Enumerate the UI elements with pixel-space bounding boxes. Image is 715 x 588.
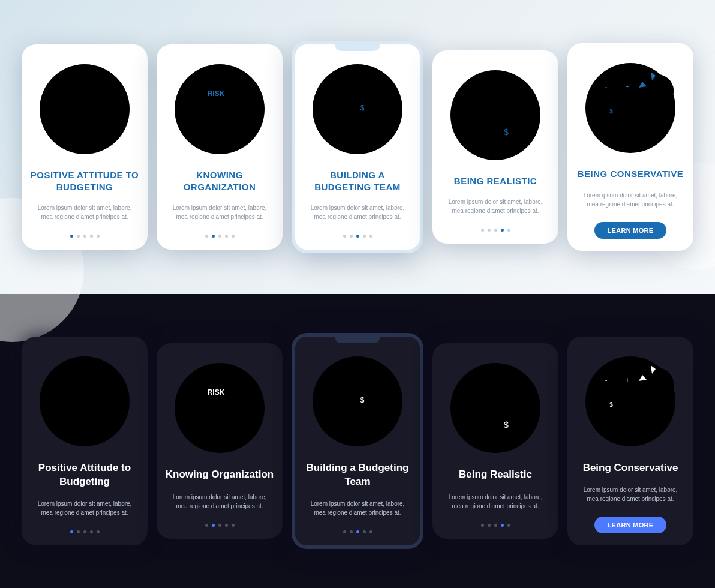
onboarding-card-0: POSITIVE ATTITUDE TO BUDGETINGLorem ipsu… [22, 44, 148, 250]
realistic-icon [447, 67, 543, 163]
card-description: Lorem ipsum dolor sit amet, labore, mea … [576, 191, 685, 209]
pagination-dots[interactable] [205, 524, 235, 527]
pagination-dot[interactable] [212, 524, 215, 527]
card-title: POSITIVE ATTITUDE TO BUDGETING [30, 169, 139, 193]
card-description: Lorem ipsum dolor sit amet, labore, mea … [30, 499, 139, 517]
pagination-dot[interactable] [356, 530, 359, 533]
pagination-dots[interactable] [481, 524, 510, 527]
onboarding-card-4: BEING CONSERVATIVELorem ipsum dolor sit … [567, 43, 693, 251]
onboarding-card-2: Building a Budgeting TeamLorem ipsum dol… [292, 333, 423, 548]
pagination-dot[interactable] [97, 530, 100, 533]
pagination-dot[interactable] [369, 530, 372, 533]
card-title: Knowing Organization [166, 468, 274, 481]
pagination-dot[interactable] [70, 235, 73, 238]
card-description: Lorem ipsum dolor sit amet, labore, mea … [30, 203, 139, 221]
dark-section: Positive Attitude to BudgetingLorem ipsu… [0, 294, 715, 588]
card-title: BEING CONSERVATIVE [578, 168, 684, 180]
card-title: Positive Attitude to Budgeting [30, 461, 139, 488]
pagination-dot[interactable] [232, 524, 235, 527]
pagination-dot[interactable] [369, 235, 372, 238]
learn-more-button[interactable]: LEARN MORE [594, 517, 667, 533]
learn-more-button[interactable]: LEARN MORE [594, 222, 667, 239]
pagination-dot[interactable] [70, 530, 73, 533]
budget-icon [37, 61, 133, 157]
card-description: Lorem ipsum dolor sit amet, labore, mea … [165, 493, 274, 511]
pagination-dots[interactable] [343, 235, 372, 238]
pagination-dot[interactable] [350, 530, 353, 533]
pagination-dot[interactable] [205, 524, 208, 527]
pagination-dots[interactable] [205, 235, 235, 238]
pagination-dot[interactable] [218, 235, 221, 238]
card-description: Lorem ipsum dolor sit amet, labore, mea … [304, 203, 411, 221]
pagination-dot[interactable] [90, 530, 93, 533]
pagination-dot[interactable] [218, 524, 221, 527]
pagination-dot[interactable] [97, 235, 100, 238]
pagination-dot[interactable] [507, 524, 510, 527]
card-description: Lorem ipsum dolor sit amet, labore, mea … [576, 485, 685, 503]
pagination-dot[interactable] [481, 229, 484, 232]
onboarding-card-1: Knowing OrganizationLorem ipsum dolor si… [157, 343, 283, 538]
card-title: KNOWING ORGANIZATION [165, 169, 274, 193]
pagination-dot[interactable] [501, 229, 504, 232]
pagination-dot[interactable] [350, 235, 353, 238]
pagination-dot[interactable] [363, 235, 366, 238]
onboarding-card-1: KNOWING ORGANIZATIONLorem ipsum dolor si… [157, 44, 283, 250]
pagination-dot[interactable] [225, 235, 228, 238]
card-description: Lorem ipsum dolor sit amet, labore, mea … [304, 499, 411, 517]
pagination-dot[interactable] [494, 229, 497, 232]
pagination-dot[interactable] [481, 524, 484, 527]
onboarding-card-2: BUILDING A BUDGETING TEAMLorem ipsum dol… [292, 41, 423, 253]
pagination-dot[interactable] [90, 235, 93, 238]
pagination-dot[interactable] [363, 530, 366, 533]
conservative-icon [582, 353, 678, 449]
onboarding-card-0: Positive Attitude to BudgetingLorem ipsu… [22, 337, 148, 545]
team-icon [310, 61, 405, 157]
onboarding-card-4: Being ConservativeLorem ipsum dolor sit … [567, 337, 693, 545]
onboarding-card-3: Being RealisticLorem ipsum dolor sit ame… [432, 343, 558, 538]
pagination-dot[interactable] [501, 524, 504, 527]
risk-icon [172, 61, 268, 157]
pagination-dot[interactable] [494, 524, 497, 527]
card-title: Building a Budgeting Team [304, 461, 411, 488]
pagination-dot[interactable] [356, 235, 359, 238]
pagination-dot[interactable] [488, 229, 491, 232]
card-title: Being Realistic [459, 468, 532, 481]
card-description: Lorem ipsum dolor sit amet, labore, mea … [441, 493, 550, 511]
pagination-dot[interactable] [507, 229, 510, 232]
conservative-icon [582, 60, 678, 156]
pagination-dots[interactable] [343, 530, 372, 533]
onboarding-card-3: BEING REALISTICLorem ipsum dolor sit ame… [432, 50, 558, 244]
card-description: Lorem ipsum dolor sit amet, labore, mea … [441, 197, 550, 215]
pagination-dot[interactable] [77, 530, 80, 533]
pagination-dot[interactable] [343, 235, 346, 238]
pagination-dots[interactable] [70, 235, 100, 238]
card-title: Being Conservative [583, 461, 678, 475]
realistic-icon [447, 360, 543, 456]
card-title: BUILDING A BUDGETING TEAM [304, 169, 411, 193]
card-description: Lorem ipsum dolor sit amet, labore, mea … [165, 203, 274, 221]
budget-icon [37, 353, 133, 449]
pagination-dot[interactable] [225, 524, 228, 527]
pagination-dot[interactable] [488, 524, 491, 527]
pagination-dot[interactable] [232, 235, 235, 238]
pagination-dot[interactable] [77, 235, 80, 238]
pagination-dot[interactable] [83, 530, 86, 533]
team-icon [310, 353, 405, 449]
risk-icon [172, 360, 268, 456]
light-section: POSITIVE ATTITUDE TO BUDGETINGLorem ipsu… [0, 0, 715, 294]
pagination-dot[interactable] [212, 235, 215, 238]
pagination-dots[interactable] [70, 530, 100, 533]
pagination-dot[interactable] [83, 235, 86, 238]
pagination-dot[interactable] [343, 530, 346, 533]
pagination-dots[interactable] [481, 229, 510, 232]
pagination-dot[interactable] [205, 235, 208, 238]
card-title: BEING REALISTIC [454, 175, 537, 187]
